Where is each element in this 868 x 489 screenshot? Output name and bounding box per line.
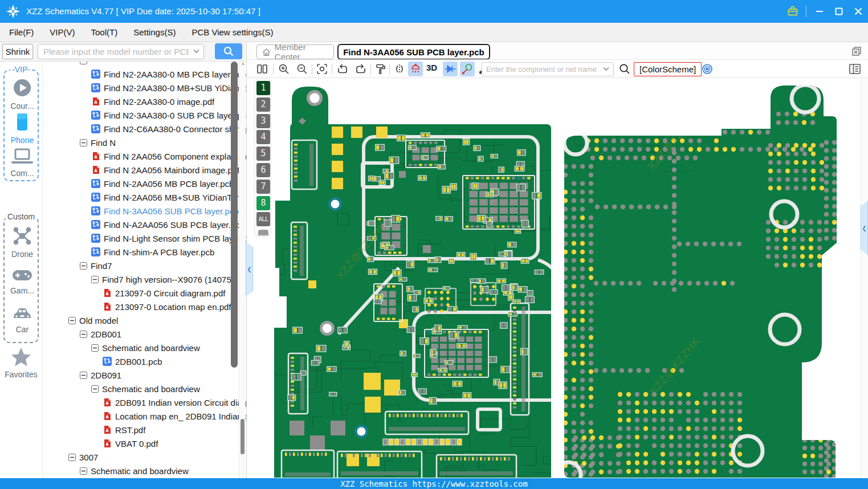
tree-item[interactable]: RST.pdf xyxy=(43,423,246,437)
menu-settings[interactable]: Settings(S) xyxy=(133,27,176,37)
color-scheme-button[interactable]: [ColorScheme] xyxy=(634,62,702,76)
tree-item[interactable]: 2DB091 xyxy=(43,368,246,382)
collapse-minus-icon[interactable] xyxy=(91,276,99,283)
net-search-combo[interactable] xyxy=(482,62,614,76)
minimize-button[interactable] xyxy=(810,0,829,23)
tree-item[interactable]: Find N2-2AA380-0 MB+SUB YiDianTong.pcb xyxy=(43,81,246,95)
collapse-minus-icon[interactable] xyxy=(80,331,87,338)
collapse-minus-icon[interactable] xyxy=(91,344,99,352)
close-button[interactable] xyxy=(849,0,868,23)
layer-button-partial[interactable] xyxy=(258,230,268,236)
net-search-button[interactable] xyxy=(617,62,632,76)
model-search-combo[interactable] xyxy=(38,44,204,59)
tree-item[interactable]: Find N-3AA056 SUB PCB layer.pcb xyxy=(43,204,246,218)
tree-item[interactable]: Find N2-3AA380-0 SUB PCB layer.pcb xyxy=(43,108,246,122)
maximize-button[interactable] xyxy=(829,0,849,23)
collapse-minus-icon[interactable] xyxy=(68,454,76,461)
chevron-down-icon[interactable] xyxy=(603,67,609,71)
mirror-flip-button[interactable] xyxy=(392,62,407,76)
highlight-lamp-button[interactable] xyxy=(408,62,423,76)
tree-item[interactable]: Find7 xyxy=(43,259,246,272)
right-panel-toggle-icon[interactable] xyxy=(848,62,862,78)
collapse-minus-icon[interactable] xyxy=(80,139,87,146)
pcb-canvas[interactable]: XZZ@XZZHKXZZ@XZZHKXZZ@XZZHK xyxy=(254,78,861,478)
collapse-left-panel-handle[interactable]: ❮ xyxy=(246,242,253,296)
chevron-down-icon[interactable] xyxy=(193,49,199,54)
scrollbar-thumb[interactable] xyxy=(241,419,244,454)
net-search-input[interactable] xyxy=(486,63,598,75)
sidebar-item-phone[interactable]: Phone xyxy=(5,112,40,145)
menu-vip[interactable]: VIP(V) xyxy=(50,27,75,37)
tree-item[interactable]: 3007 xyxy=(43,450,246,464)
collapse-minus-icon[interactable] xyxy=(91,385,99,393)
pcb-board-back[interactable]: XZZ@XZZHKXZZ@XZZHK xyxy=(556,85,837,478)
tree-item[interactable]: Find N2-C6AA380-0 Connector shim.pcb xyxy=(43,122,246,136)
tree-item[interactable]: Find N2-2AA380-0 MB PCB layer.pcb xyxy=(43,67,246,81)
member-center-button[interactable]: Member Center xyxy=(256,44,334,59)
zoom-in-button[interactable] xyxy=(276,62,291,76)
tree-item[interactable]: Find N 2AA056 Component explain.pdf xyxy=(43,149,246,163)
rotate-right-button[interactable] xyxy=(353,62,368,76)
split-view-button[interactable] xyxy=(255,62,270,76)
tree-item[interactable]: Find N-Light Sensor shim PCB layer.pcb xyxy=(43,231,246,245)
file-tree[interactable]: Find N2-2AA380-0 MB PCB layer.pcbFind N2… xyxy=(43,62,246,478)
tree-item[interactable]: Old model xyxy=(43,313,246,327)
sidebar-item-computer[interactable]: Com... xyxy=(5,147,40,178)
tree-item[interactable]: Find N-shim-A PCB layer.pcb xyxy=(43,245,246,259)
tree-item[interactable]: Schematic and boardview xyxy=(43,341,246,354)
tree-item[interactable] xyxy=(43,62,246,67)
collapse-minus-icon[interactable] xyxy=(80,467,87,475)
tree-item[interactable]: Find N-A2AA056 SUB PCB layer.pcb xyxy=(43,218,246,231)
sidebar-item-car[interactable]: Car xyxy=(5,304,40,334)
layer-button-3[interactable]: 3 xyxy=(256,114,270,128)
tree-item[interactable]: Schematic and boardview xyxy=(43,464,246,478)
zoom-out-button[interactable] xyxy=(295,62,309,76)
scroll-up-arrow-icon[interactable]: ^ xyxy=(240,62,246,68)
paint-roller-button[interactable] xyxy=(373,62,388,76)
layer-button-1[interactable]: 1 xyxy=(256,81,270,95)
layer-button-all[interactable]: ALL xyxy=(256,212,270,226)
tree-item[interactable]: Location map en_ 2DB091 Indian.pdf xyxy=(43,409,246,423)
menu-pcb-view-settings[interactable]: PCB View settings(S) xyxy=(191,27,273,37)
layer-button-7[interactable]: 7 xyxy=(256,180,270,194)
layer-button-6[interactable]: 6 xyxy=(256,163,270,177)
tree-item[interactable]: 2DB001.pcb xyxy=(43,354,246,368)
view-3d-button[interactable]: 3D xyxy=(426,63,437,72)
tree-scrollbar[interactable] xyxy=(231,62,238,478)
tree-item[interactable]: 213097-0 Circuit diagram.pdf xyxy=(43,286,246,300)
scrollbar-thumb[interactable] xyxy=(231,62,238,368)
panel-scrollbar[interactable]: ^ xyxy=(239,62,246,478)
rotate-left-button[interactable] xyxy=(335,62,350,76)
sidebar-item-drone[interactable]: Drone xyxy=(5,226,40,259)
model-search-button[interactable] xyxy=(215,43,242,59)
tree-item[interactable]: 2DB001 xyxy=(43,327,246,341)
menu-tool[interactable]: Tool(T) xyxy=(91,27,118,37)
collapse-minus-icon[interactable] xyxy=(80,262,87,270)
shrink-button[interactable]: Shrink xyxy=(2,44,33,59)
eye-visibility-button[interactable] xyxy=(700,62,715,76)
license-icon[interactable] xyxy=(783,0,802,23)
collapse-minus-icon[interactable] xyxy=(80,372,87,379)
menu-file[interactable]: File(F) xyxy=(9,27,34,37)
layer-button-4[interactable]: 4 xyxy=(256,130,270,144)
close-tab-icon[interactable] xyxy=(851,46,862,59)
layer-button-8[interactable]: 8 xyxy=(256,196,270,210)
collapse-minus-icon[interactable] xyxy=(80,62,87,64)
layer-button-5[interactable]: 5 xyxy=(256,146,270,161)
tree-item[interactable]: Find7 high version--X9076 (14075 xyxy=(43,272,246,286)
diode-jump-button[interactable] xyxy=(443,62,458,76)
tree-item[interactable]: Find N-2AA056 MB PCB layer.pcb xyxy=(43,177,246,190)
fit-view-button[interactable] xyxy=(315,62,329,76)
tree-item[interactable]: VBAT 0.pdf xyxy=(43,437,246,450)
model-search-input[interactable] xyxy=(43,45,189,58)
tree-item[interactable]: Schematic and boardview xyxy=(43,382,246,396)
collapse-minus-icon[interactable] xyxy=(68,317,76,324)
tree-item[interactable]: 213097-0 Location map en.pdf xyxy=(43,300,246,313)
tree-item[interactable]: 2DB091 Indian version Circuit diagram.pd… xyxy=(43,396,246,409)
sidebar-item-courses[interactable]: Cour... xyxy=(5,78,40,111)
tree-item[interactable]: Find N2-2AA380-0 image.pdf xyxy=(43,95,246,108)
tree-item[interactable]: Find N-2AA056 MB+SUB YiDianTong.pcb xyxy=(43,190,246,204)
tree-item[interactable]: Find N 2AA056 Mainbord image.pdf xyxy=(43,163,246,177)
probe-measure-button[interactable] xyxy=(460,62,475,76)
active-document-tab[interactable]: Find N-3AA056 SUB PCB layer.pcb xyxy=(337,44,490,60)
